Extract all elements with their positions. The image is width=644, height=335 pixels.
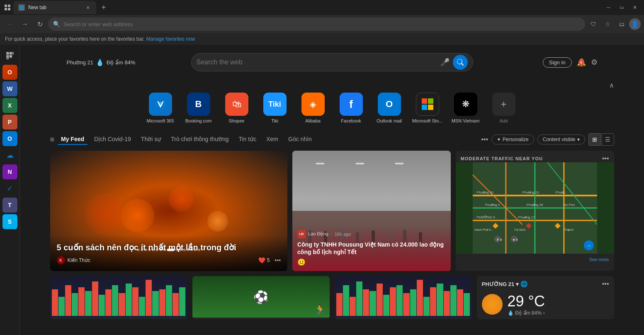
list-layout-button[interactable]: ☰ bbox=[602, 133, 614, 146]
tab-close-button[interactable]: ✕ bbox=[85, 4, 91, 11]
page-settings-button[interactable]: ⚙ bbox=[591, 58, 598, 67]
back-button[interactable]: ← bbox=[3, 17, 17, 31]
address-input[interactable] bbox=[63, 21, 580, 27]
quick-link-tiki[interactable]: Tiki Tiki bbox=[258, 93, 292, 123]
svg-text:Phường 13: Phường 13 bbox=[522, 191, 539, 194]
grid-layout-button[interactable]: ⊞ bbox=[588, 133, 601, 146]
tab-trochoithongthuong[interactable]: Trò chơi thông thường bbox=[168, 134, 232, 145]
stock-card-2-image bbox=[335, 276, 472, 318]
close-window-button[interactable]: ✕ bbox=[629, 2, 641, 13]
source-icon: K bbox=[57, 256, 65, 264]
tiki-icon: Tiki bbox=[263, 93, 287, 116]
sidebar-skype-button[interactable]: S bbox=[2, 214, 17, 229]
add-link-icon: + bbox=[492, 93, 515, 116]
add-quick-link[interactable]: + Add bbox=[487, 93, 520, 123]
tab-thoisu[interactable]: Thời sự bbox=[138, 134, 164, 145]
quick-link-ms365[interactable]: Microsoft 365 bbox=[144, 93, 177, 123]
sign-in-button[interactable]: Sign in bbox=[543, 57, 572, 68]
feed-section: ≡ My Feed Dịch Covid-19 Thời sự Trò chơi… bbox=[50, 133, 614, 319]
right-top-feed-card[interactable]: LĐ Lao Động · 16h ago Công ty TNHH Pousu… bbox=[292, 151, 451, 271]
sidebar-office-button[interactable]: O bbox=[2, 65, 17, 80]
sidebar-onenote-button[interactable]: N bbox=[2, 164, 17, 179]
tab-covid[interactable]: Dịch Covid-19 bbox=[91, 134, 134, 145]
sidebar-excel-button[interactable]: X bbox=[2, 98, 17, 113]
refresh-button[interactable]: ↻ bbox=[33, 17, 46, 31]
tab-gocnhin[interactable]: Góc nhìn bbox=[285, 134, 315, 145]
quick-link-booking[interactable]: B Booking.com bbox=[182, 93, 215, 123]
bottom-feed-row: ⚽ 🏃 bbox=[50, 276, 614, 319]
main-card-source: K Kiến Thức ❤️ 5 ••• bbox=[57, 256, 281, 264]
tab-xem[interactable]: Xem bbox=[263, 134, 282, 145]
notifications-badge: 6 bbox=[578, 59, 584, 65]
weather-bottom-card[interactable]: PHƯỜNG 21 ▾ 🌐 ••• 29 °C 💧 bbox=[477, 276, 614, 319]
browser-essentials-button[interactable]: 🛡 bbox=[587, 17, 600, 31]
quick-link-msstore[interactable]: Microsoft Sto... bbox=[411, 93, 444, 123]
feed-menu-button[interactable]: ≡ bbox=[50, 135, 55, 144]
main-feed-card[interactable]: 5 cuốn sách nên đọc ít nhất một lần tron… bbox=[50, 151, 288, 271]
new-tab-button[interactable]: + bbox=[98, 2, 109, 13]
sidebar-teams-button[interactable]: T bbox=[2, 198, 17, 213]
content-visible-dropdown[interactable]: Content visible ▾ bbox=[537, 134, 585, 144]
personalize-label: Personalize bbox=[503, 137, 529, 142]
sidebar-powerpoint-button[interactable]: P bbox=[2, 115, 17, 130]
ms365-label: Microsoft 365 bbox=[144, 118, 177, 123]
source-name: Kiến Thức bbox=[68, 257, 90, 263]
favorites-button[interactable]: ☆ bbox=[601, 17, 614, 31]
forward-button[interactable]: → bbox=[18, 17, 32, 31]
quick-link-alibaba[interactable]: ◈ Alibaba bbox=[296, 93, 330, 123]
personalize-button[interactable]: ✦ Personalize bbox=[491, 134, 534, 144]
tab-bar: 🌐 New tab ✕ + ─ ▭ ✕ bbox=[0, 0, 644, 15]
search-button[interactable] bbox=[453, 55, 468, 70]
see-more-link[interactable]: See more bbox=[589, 257, 609, 262]
booking-icon: B bbox=[187, 93, 210, 116]
quick-link-shopee[interactable]: 🛍 Shopee bbox=[220, 93, 253, 123]
quick-links-grid: Microsoft 365 B Booking.com 🛍 Shopee Tik… bbox=[50, 93, 614, 123]
sidebar-apps-button[interactable] bbox=[2, 48, 17, 63]
notifications-button[interactable]: 🔔 6 bbox=[577, 58, 586, 67]
search-input[interactable] bbox=[197, 59, 437, 66]
main-card-overlay: 5 cuốn sách nên đọc ít nhất một lần tron… bbox=[50, 235, 288, 271]
quick-link-facebook[interactable]: f Facebook bbox=[335, 93, 368, 123]
tab-myfeed[interactable]: My Feed bbox=[58, 134, 87, 145]
restore-button[interactable]: ▭ bbox=[616, 2, 627, 13]
new-tab-content: Phường 21 💧 Độ ẩm 84% 🎤 Sign in bbox=[20, 45, 644, 335]
sidebar-onedrive-button[interactable]: ☁ bbox=[2, 148, 17, 163]
svg-rect-13 bbox=[428, 98, 433, 104]
sidebar-todo-button[interactable]: ✓ bbox=[2, 181, 17, 196]
outlook-icon: O bbox=[378, 93, 401, 116]
search-bar[interactable]: 🎤 bbox=[191, 53, 473, 71]
quick-link-msn[interactable]: ❋ MSN Vietnam bbox=[449, 93, 482, 123]
minimize-button[interactable]: ─ bbox=[603, 2, 614, 13]
sports-card[interactable]: ⚽ 🏃 bbox=[192, 276, 330, 319]
sports-card-image: ⚽ 🏃 bbox=[192, 276, 330, 318]
mic-icon[interactable]: 🎤 bbox=[440, 58, 450, 67]
sidebar-word-button[interactable]: W bbox=[2, 81, 17, 96]
weather-more-button[interactable]: ••• bbox=[602, 280, 609, 288]
collapse-quick-links-button[interactable]: ∧ bbox=[609, 81, 614, 89]
svg-rect-9 bbox=[6, 58, 9, 59]
right-card-source: LĐ Lao Động · 16h ago bbox=[297, 230, 446, 238]
svg-rect-0 bbox=[5, 5, 7, 7]
tiki-label: Tiki bbox=[258, 118, 292, 123]
traffic-more-button[interactable]: ••• bbox=[602, 155, 609, 162]
stock-card-2[interactable] bbox=[335, 276, 472, 319]
traffic-card[interactable]: MODERATE TRAFFIC NEAR YOU ••• bbox=[456, 151, 614, 271]
active-tab[interactable]: 🌐 New tab ✕ bbox=[13, 1, 96, 14]
collections-button[interactable]: 🗂 bbox=[615, 17, 628, 31]
address-bar[interactable]: 🔍 bbox=[48, 17, 585, 31]
main-card-title: 5 cuốn sách nên đọc ít nhất một lần tron… bbox=[57, 242, 281, 253]
add-link-label: Add bbox=[487, 118, 520, 123]
stock-card[interactable] bbox=[50, 276, 187, 319]
weather-card-location: PHƯỜNG 21 ▾ 🌐 bbox=[482, 281, 528, 287]
profile-button[interactable]: 👤 bbox=[629, 18, 641, 30]
sidebar-outlook-button[interactable]: O bbox=[2, 131, 17, 146]
weather-widget: Phường 21 💧 Độ ẩm 84% bbox=[67, 59, 136, 66]
weather-card-header: PHƯỜNG 21 ▾ 🌐 ••• bbox=[477, 276, 614, 289]
card-more-icon[interactable]: ••• bbox=[275, 257, 281, 264]
feed-more-button[interactable]: ••• bbox=[481, 136, 488, 143]
weather-humidity-display: Độ ẩm 84% bbox=[107, 59, 135, 66]
traffic-footer: See more bbox=[456, 254, 614, 265]
manage-favorites-link[interactable]: Manage favorites now bbox=[146, 36, 195, 42]
tab-tintuc[interactable]: Tin tức bbox=[236, 134, 260, 145]
quick-link-outlook[interactable]: O Outlook mail bbox=[373, 93, 406, 123]
